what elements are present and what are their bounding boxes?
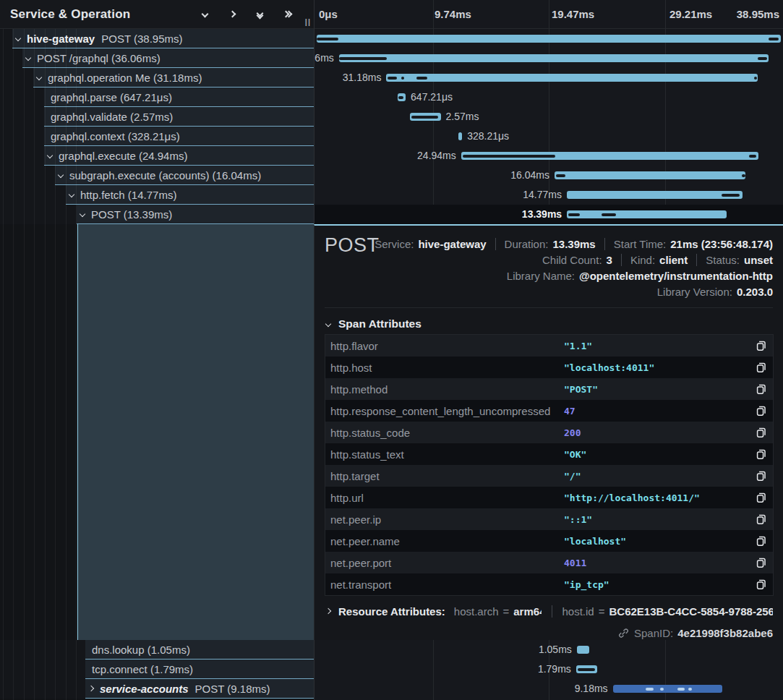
span-tree-row[interactable]: graphql.parse (647.21μs) xyxy=(0,88,314,107)
waterfall-row[interactable]: 36.06ms xyxy=(315,48,783,68)
attribute-key: http.flavor xyxy=(325,340,378,352)
waterfall-row[interactable]: 24.94ms xyxy=(315,146,783,166)
span-tree-row[interactable]: dns.lookup (1.05ms) xyxy=(0,640,314,660)
copy-value-icon[interactable] xyxy=(755,579,766,590)
chevron-down-icon[interactable] xyxy=(47,153,53,158)
waterfall-row[interactable]: 328.21μs xyxy=(315,127,783,146)
copy-value-icon[interactable] xyxy=(755,362,766,373)
span-duration-bar[interactable] xyxy=(386,74,758,82)
attribute-row: net.peer.name"localhost" xyxy=(325,530,773,552)
chevron-down-icon[interactable] xyxy=(80,211,85,217)
child-span-mark xyxy=(411,116,438,119)
span-detail-panel: POST Service:hive-gateway Duration:13.39… xyxy=(314,224,783,640)
waterfall-row[interactable]: 31.18ms xyxy=(315,68,783,88)
copy-value-icon[interactable] xyxy=(755,470,766,482)
chevron-right-icon[interactable] xyxy=(88,686,94,691)
copy-value-icon[interactable] xyxy=(755,427,766,438)
span-duration-bar[interactable] xyxy=(577,646,589,654)
waterfall-row[interactable]: 9.18ms xyxy=(315,679,783,699)
child-span-mark xyxy=(398,96,403,99)
span-title: POST xyxy=(325,234,380,257)
span-tree-row[interactable]: tcp.connect (1.79ms) xyxy=(0,660,314,679)
span-duration-bar[interactable] xyxy=(339,54,769,62)
attribute-row: http.response_content_length_uncompresse… xyxy=(325,400,773,422)
span-tree-row[interactable]: service-accountsPOST (9.18ms) xyxy=(0,679,314,699)
selected-span-region[interactable] xyxy=(77,224,314,640)
meta-value: 13.39ms xyxy=(552,238,595,250)
span-tree-row[interactable]: hive-gatewayPOST (38.95ms) xyxy=(0,29,314,48)
waterfall-row[interactable] xyxy=(315,29,783,48)
span-tree-row[interactable]: graphql.operation Me (31.18ms) xyxy=(0,68,314,88)
span-tree-row-content: subgraph.execute (accounts) (16.04ms) xyxy=(55,166,314,185)
span-tree-row[interactable]: graphql.execute (24.94ms) xyxy=(0,146,314,166)
span-duration-bar[interactable] xyxy=(458,132,462,140)
timeline-ruler: 0μs 9.74ms 19.47ms 29.21ms 38.95ms xyxy=(315,0,783,29)
chevron-down-icon[interactable] xyxy=(58,172,64,178)
span-duration-label: 9.18ms xyxy=(575,679,608,699)
chevron-down-icon[interactable] xyxy=(198,8,211,21)
span-duration-bar[interactable] xyxy=(555,171,745,179)
service-name: service-accounts xyxy=(100,683,189,695)
copy-value-icon[interactable] xyxy=(755,405,766,417)
child-span-mark xyxy=(722,194,740,197)
span-tree-row[interactable]: http.fetch (14.77ms) xyxy=(0,185,314,205)
waterfall-row[interactable]: 1.05ms xyxy=(315,640,783,660)
attribute-row: net.peer.port4011 xyxy=(325,552,773,573)
meta-value: @opentelemetry/instrumentation-http xyxy=(579,270,773,282)
waterfall-row[interactable]: 16.04ms xyxy=(315,166,783,185)
waterfall-row[interactable]: 13.39ms xyxy=(315,205,783,224)
divider xyxy=(325,307,773,308)
span-tree-row[interactable]: graphql.context (328.21μs) xyxy=(0,127,314,146)
attribute-key: net.transport xyxy=(325,579,391,591)
waterfall-row[interactable]: 2.57ms xyxy=(315,107,783,127)
copy-value-icon[interactable] xyxy=(755,492,766,503)
meta-value: unset xyxy=(744,254,773,266)
span-duration-bar[interactable] xyxy=(613,685,722,693)
waterfall-row[interactable]: 14.77ms xyxy=(315,185,783,205)
span-tree-row[interactable]: subgraph.execute (accounts) (16.04ms) xyxy=(0,166,314,185)
double-chevron-right-icon[interactable] xyxy=(281,8,294,21)
child-span-mark xyxy=(688,688,692,691)
child-span-mark xyxy=(742,174,745,177)
resource-key: host.arch xyxy=(454,605,499,618)
chevron-down-icon[interactable] xyxy=(36,74,42,80)
span-id-footer: SpanID: 4e21998f3b82abe6 xyxy=(618,626,773,640)
waterfall-row[interactable]: 1.79ms xyxy=(315,660,783,679)
trace-viewer: Service & Operation || hive-gatewayPOST … xyxy=(0,0,783,700)
span-duration-bar[interactable] xyxy=(461,152,758,160)
span-duration-label: 2.57ms xyxy=(446,107,479,127)
span-tree-row[interactable]: graphql.validate (2.57ms) xyxy=(0,107,314,127)
span-tree-row[interactable]: POST (13.39ms) xyxy=(0,205,314,224)
span-tree-row[interactable]: POST /graphql (36.06ms) xyxy=(0,48,314,68)
link-icon[interactable] xyxy=(618,628,629,639)
operation-name: dns.lookup (1.05ms) xyxy=(92,644,190,656)
chevron-down-icon[interactable] xyxy=(69,192,74,197)
copy-value-icon[interactable] xyxy=(755,557,766,568)
span-duration-bar[interactable] xyxy=(317,35,781,43)
span-duration-bar[interactable] xyxy=(567,210,727,218)
attribute-key: net.peer.name xyxy=(325,535,400,547)
copy-value-icon[interactable] xyxy=(755,513,766,525)
resource-key: host.id xyxy=(562,605,594,618)
chevron-right-icon[interactable] xyxy=(226,8,239,21)
span-duration-bar[interactable] xyxy=(410,113,440,121)
waterfall-row[interactable]: 647.21μs xyxy=(315,88,783,107)
chevron-down-icon[interactable] xyxy=(25,55,31,61)
tick-label: 9.74ms xyxy=(435,0,471,29)
resource-attributes-toggle[interactable]: Resource Attributes: host.arch=arm64 hos… xyxy=(326,602,773,620)
section-title: Span Attributes xyxy=(338,317,422,330)
span-duration-bar[interactable] xyxy=(398,93,406,101)
attribute-key: http.status_text xyxy=(325,448,404,461)
meta-value: 21ms (23:56:48.174) xyxy=(670,238,773,250)
panel-resizer-handle[interactable]: || xyxy=(305,17,311,26)
copy-value-icon[interactable] xyxy=(755,340,766,351)
span-duration-bar[interactable] xyxy=(576,665,598,673)
span-attributes-toggle[interactable]: Span Attributes xyxy=(326,317,422,330)
chevron-down-icon[interactable] xyxy=(15,35,21,41)
attribute-key: net.peer.ip xyxy=(325,513,381,526)
double-chevron-down-icon[interactable] xyxy=(253,8,266,21)
span-duration-bar[interactable] xyxy=(567,191,743,199)
copy-value-icon[interactable] xyxy=(755,448,766,460)
copy-value-icon[interactable] xyxy=(755,383,766,395)
copy-value-icon[interactable] xyxy=(755,535,766,547)
